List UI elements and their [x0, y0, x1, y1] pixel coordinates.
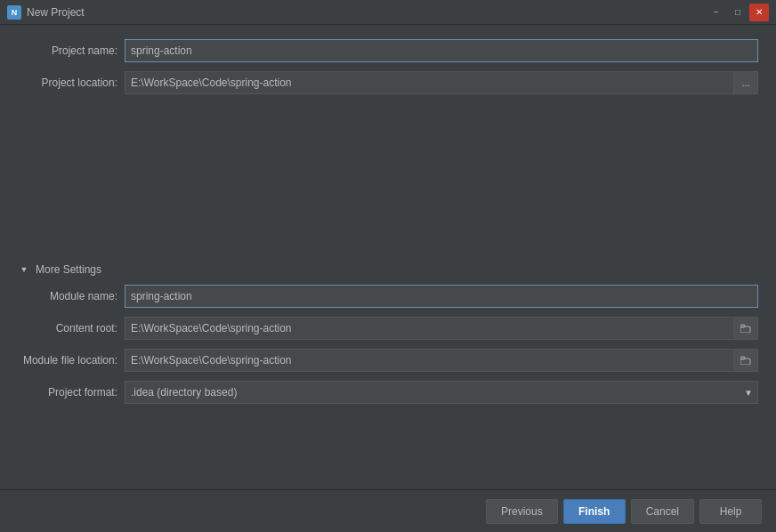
content-root-label: Content root: — [18, 322, 125, 335]
module-file-location-row: Module file location: — [18, 349, 758, 372]
close-button[interactable]: ✕ — [749, 4, 769, 21]
project-format-label: Project format: — [18, 386, 125, 399]
module-file-location-browse-button[interactable] — [733, 349, 758, 372]
module-file-location-input[interactable] — [125, 349, 733, 372]
project-location-input[interactable] — [125, 71, 733, 94]
more-settings-label: More Settings — [36, 263, 101, 276]
content-root-browse-button[interactable] — [733, 317, 758, 340]
module-name-input[interactable] — [125, 285, 758, 308]
project-location-field-group: ... — [125, 71, 758, 94]
finish-button[interactable]: Finish — [563, 499, 626, 524]
module-name-label: Module name: — [18, 290, 125, 302]
project-format-row: Project format: .idea (directory based).… — [18, 381, 758, 404]
project-format-select[interactable]: .idea (directory based).ipr (file based) — [125, 381, 758, 404]
top-form: Project name: Project location: ... — [0, 25, 776, 94]
project-location-label: Project location: — [18, 77, 125, 89]
dialog-content: Project name: Project location: ... ▼ Mo… — [0, 25, 776, 532]
title-bar: N New Project − □ ✕ — [0, 0, 776, 25]
project-name-row: Project name: — [18, 39, 758, 62]
module-file-location-label: Module file location: — [18, 354, 125, 367]
cancel-button[interactable]: Cancel — [631, 499, 694, 524]
project-name-input[interactable] — [125, 39, 758, 62]
app-icon: N — [7, 5, 21, 20]
module-file-location-field-group — [125, 349, 758, 372]
previous-button[interactable]: Previous — [486, 499, 558, 524]
project-name-label: Project name: — [18, 44, 125, 57]
more-settings-header[interactable]: ▼ More Settings — [18, 263, 758, 276]
help-button[interactable]: Help — [699, 499, 762, 524]
content-root-row: Content root: — [18, 317, 758, 340]
window-controls: − □ ✕ — [707, 4, 769, 21]
project-format-select-wrapper: .idea (directory based).ipr (file based)… — [125, 381, 758, 404]
button-bar: Previous Finish Cancel Help — [0, 489, 776, 532]
content-root-field-group — [125, 317, 758, 340]
module-name-row: Module name: — [18, 285, 758, 308]
content-root-input[interactable] — [125, 317, 733, 340]
project-location-row: Project location: ... — [18, 71, 758, 94]
project-location-browse-button[interactable]: ... — [733, 71, 758, 94]
empty-space — [0, 103, 776, 263]
collapse-icon: ▼ — [18, 263, 30, 276]
dialog-title: New Project — [27, 6, 707, 19]
more-settings-section: ▼ More Settings Module name: Content roo… — [0, 263, 776, 404]
minimize-button[interactable]: − — [707, 4, 726, 21]
maximize-button[interactable]: □ — [728, 4, 748, 21]
